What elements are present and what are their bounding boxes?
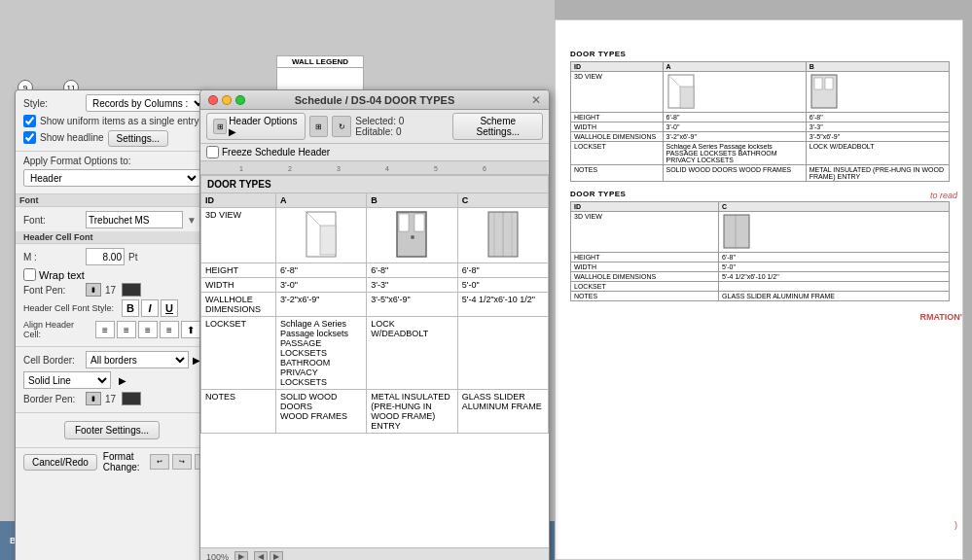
italic-button[interactable]: I: [141, 299, 159, 317]
align-left-button[interactable]: ≡: [95, 321, 115, 338]
row-width-b: 3'-3": [806, 122, 949, 132]
schedule-toolbar-2: Freeze Schedule Header: [200, 144, 549, 161]
line-arrow[interactable]: ▶: [119, 375, 126, 386]
row-width-c: 5'-0": [719, 262, 950, 272]
wall-legend-box: WALL LEGEND: [276, 55, 364, 94]
bold-button[interactable]: B: [122, 299, 139, 317]
border-pen-row: Border Pen: ▮ 17: [23, 392, 200, 405]
ruler-mark-6: 6: [483, 165, 486, 172]
refresh-icon[interactable]: ↻: [332, 116, 351, 137]
schedule-statusbar: 100% ▶ ◀ ▶: [200, 547, 549, 560]
svg-line-1: [668, 75, 680, 87]
wall-legend-title: WALL LEGEND: [277, 56, 363, 68]
close-dot[interactable]: [208, 95, 218, 105]
cell-3dview-c: [457, 208, 548, 263]
schedule-table: DOOR TYPES ID A B C 3D VIEW: [200, 175, 549, 434]
settings-button[interactable]: Settings...: [108, 130, 168, 147]
cell-height-c: 6'-8": [457, 263, 548, 278]
style-label: Style:: [23, 98, 82, 109]
border-select[interactable]: All borders: [86, 351, 189, 368]
cell-lockset-c: [457, 317, 548, 390]
table-row: WALLHOLE DIMENSIONS 3'-2"x6'-9" 3'-5"x6'…: [571, 132, 950, 142]
align-header-label: Align Header Cell:: [23, 320, 88, 339]
close-x-button[interactable]: ✕: [531, 93, 541, 107]
grid-icon[interactable]: ⊞: [309, 116, 329, 137]
play-button[interactable]: ▶: [234, 551, 248, 561]
apply-select[interactable]: Header: [23, 169, 200, 187]
align-justify-button[interactable]: ≡: [160, 321, 179, 338]
undo-button[interactable]: ↩: [150, 454, 169, 470]
row-height-b: 6'-8": [806, 113, 949, 122]
editable-label: Editable:: [355, 126, 393, 137]
to-read-annotation: to read: [930, 191, 957, 200]
cancel-redo-section: Cancel/Redo Format Change: ↩ ↪ ↩ ↪: [16, 448, 208, 475]
row-3dview-c: [719, 212, 950, 253]
table-row: 3D VIEW: [571, 72, 950, 113]
cell-3dview-id: 3D VIEW: [201, 208, 276, 263]
prev-button[interactable]: ◀: [254, 551, 268, 561]
header-options-button[interactable]: ⊞ Header Options ▶: [206, 113, 306, 140]
table-row: WALLHOLE DIMENSIONS 5'-4 1/2"x6'-10 1/2": [571, 272, 950, 282]
align-center-button[interactable]: ≡: [117, 321, 136, 338]
font-dropdown-arrow[interactable]: ▼: [187, 215, 197, 226]
table-row-width: WIDTH 3'-0" 3'-3" 5'-0": [201, 278, 549, 293]
svg-point-14: [411, 235, 414, 239]
font-input[interactable]: [86, 211, 183, 228]
wrap-text-checkbox[interactable]: [23, 268, 36, 281]
align-top-button[interactable]: ⬆: [181, 321, 200, 338]
show-headline-row: Show headline: [23, 131, 104, 144]
schedule-content[interactable]: DOOR TYPES ID A B C 3D VIEW: [200, 175, 549, 547]
border-pen-number: 17: [105, 394, 116, 404]
align-right-button[interactable]: ≡: [138, 321, 158, 338]
row-lockset-b: LOCK W/DEADBOLT: [806, 142, 949, 165]
table-row: HEIGHT 6'-8" 6'-8": [571, 113, 950, 122]
row-lockset-label: LOCKSET: [571, 142, 664, 165]
cell-width-a: 3'-0": [276, 278, 367, 293]
show-uniform-checkbox[interactable]: [23, 115, 36, 127]
format-change-label: Format Change:: [103, 451, 140, 472]
apply-select-row: Header: [23, 169, 200, 187]
table-row: NOTES SOLID WOOD DOORS WOOD FRAMES METAL…: [571, 165, 950, 182]
underline-button[interactable]: U: [161, 299, 178, 317]
wrap-text-label: Wrap text: [39, 269, 85, 281]
table-row: LOCKSET: [571, 282, 950, 292]
row-height-label: HEIGHT: [571, 113, 664, 122]
cancel-button[interactable]: Cancel/Redo: [23, 454, 97, 471]
ruler-mark-5: 5: [434, 165, 438, 172]
footer-settings-button[interactable]: Footer Settings...: [64, 421, 160, 439]
border-pen-indicator: ▮: [86, 392, 101, 405]
style-section: Style: Records by Columns : Show uniform…: [16, 90, 208, 152]
size-input[interactable]: [86, 248, 125, 265]
cell-width-id: WIDTH: [201, 278, 276, 293]
cell-wallhole-b: 3'-5"x6'-9": [367, 293, 457, 317]
schedule-table-title: DOOR TYPES: [201, 176, 549, 193]
svg-rect-10: [320, 226, 336, 255]
next-button[interactable]: ▶: [270, 551, 283, 561]
row-lockset-a: Schlage A Series Passage locksets PASSAG…: [663, 142, 806, 165]
cell-lockset-id: LOCKSET: [201, 317, 276, 390]
table-row: HEIGHT 6'-8": [571, 253, 950, 262]
row-wallhole-c: 5'-4 1/2"x6'-10 1/2": [719, 272, 950, 282]
maximize-dot[interactable]: [235, 95, 245, 105]
row-3dview-b: [806, 72, 949, 113]
page-schedule-table-bottom: ID C 3D VIEW HEIGHT 6'-8" WIDTH 5'-0" WA…: [570, 201, 950, 301]
freeze-header-checkbox[interactable]: [206, 146, 219, 158]
minimize-dot[interactable]: [222, 95, 232, 105]
font-row: Font: ▼: [23, 211, 200, 228]
line-select[interactable]: Solid Line: [23, 371, 111, 389]
nav-controls: ◀ ▶: [254, 551, 283, 561]
style-select[interactable]: Records by Columns :: [86, 94, 207, 112]
freeze-header-label: Freeze Schedule Header: [222, 147, 330, 158]
show-headline-checkbox[interactable]: [23, 131, 36, 144]
row-wallhole-a: 3'-2"x6'-9": [663, 132, 806, 142]
table-row: WIDTH 5'-0": [571, 262, 950, 272]
table-row-notes: NOTES SOLID WOOD DOORSWOOD FRAMES METAL …: [201, 390, 549, 434]
cell-3dview-b: [367, 208, 457, 263]
size-label: M :: [23, 252, 82, 262]
cell-lockset-a: Schlage A SeriesPassage locksetsPASSAGE …: [276, 317, 367, 390]
redo-button[interactable]: ↪: [172, 454, 192, 470]
svg-rect-12: [399, 214, 409, 231]
scheme-settings-button[interactable]: Scheme Settings...: [452, 113, 543, 140]
table-row: NOTES GLASS SLIDER ALUMINUM FRAME: [571, 292, 950, 301]
row-notes-a: SOLID WOOD DOORS WOOD FRAMES: [663, 165, 806, 182]
